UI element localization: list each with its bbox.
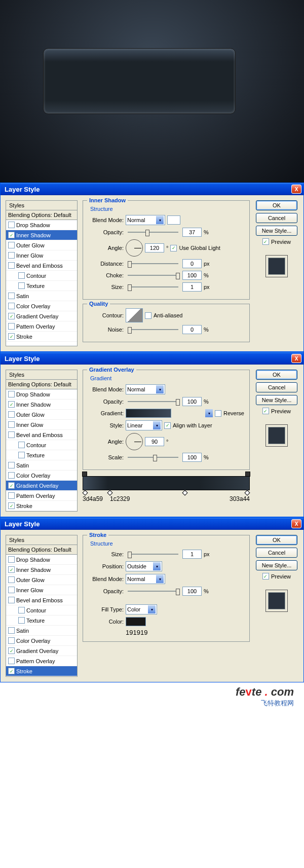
checkbox[interactable] bbox=[8, 222, 15, 228]
global-light-checkbox[interactable]: ✓ bbox=[170, 245, 177, 251]
style-drop-shadow[interactable]: Drop Shadow bbox=[6, 389, 77, 400]
checkbox[interactable]: ✓ bbox=[8, 502, 15, 509]
titlebar[interactable]: Layer Style X bbox=[1, 183, 303, 195]
checkbox[interactable]: ✓ bbox=[8, 313, 15, 319]
choke-input[interactable] bbox=[182, 271, 202, 280]
style-gradient-overlay[interactable]: ✓Gradient Overlay bbox=[6, 646, 77, 656]
checkbox[interactable] bbox=[8, 658, 15, 664]
checkbox[interactable] bbox=[8, 323, 15, 330]
style-color-overlay[interactable]: Color Overlay bbox=[6, 636, 77, 646]
checkbox[interactable]: ✓ bbox=[8, 647, 15, 654]
style-outer-glow[interactable]: Outer Glow bbox=[6, 410, 77, 420]
style-contour[interactable]: Contour bbox=[6, 605, 77, 616]
checkbox[interactable] bbox=[18, 607, 25, 613]
new-style-button[interactable]: New Style... bbox=[256, 226, 297, 236]
distance-input[interactable] bbox=[182, 259, 202, 268]
blend-mode-select[interactable]: Normal▾ bbox=[126, 574, 165, 584]
chevron-down-icon[interactable]: ▾ bbox=[205, 409, 213, 417]
style-satin[interactable]: Satin bbox=[6, 626, 77, 636]
style-satin[interactable]: Satin bbox=[6, 460, 77, 471]
style-gradient-overlay[interactable]: ✓Gradient Overlay bbox=[6, 481, 77, 491]
titlebar[interactable]: Layer Style X bbox=[1, 518, 303, 530]
style-inner-shadow[interactable]: ✓Inner Shadow bbox=[6, 230, 77, 240]
new-style-button[interactable]: New Style... bbox=[256, 560, 297, 570]
style-drop-shadow[interactable]: Drop Shadow bbox=[6, 555, 77, 565]
cancel-button[interactable]: Cancel bbox=[256, 382, 297, 392]
style-stroke[interactable]: ✓Stroke bbox=[6, 666, 77, 676]
opacity-slider[interactable] bbox=[128, 401, 178, 402]
style-outer-glow[interactable]: Outer Glow bbox=[6, 575, 77, 585]
contour-picker[interactable] bbox=[126, 308, 143, 322]
style-texture[interactable]: Texture bbox=[6, 616, 77, 626]
checkbox[interactable]: ✓ bbox=[8, 566, 15, 573]
checkbox[interactable] bbox=[8, 472, 15, 479]
checkbox[interactable] bbox=[8, 492, 15, 499]
cancel-button[interactable]: Cancel bbox=[256, 548, 297, 558]
styles-header[interactable]: Styles bbox=[6, 370, 77, 380]
noise-input[interactable] bbox=[182, 325, 202, 334]
style-pattern-overlay[interactable]: Pattern Overlay bbox=[6, 491, 77, 501]
opacity-slider[interactable] bbox=[128, 591, 178, 592]
style-bevel-emboss[interactable]: Bevel and Emboss bbox=[6, 261, 77, 271]
checkbox[interactable] bbox=[8, 411, 15, 418]
scale-input[interactable] bbox=[182, 453, 202, 462]
style-pattern-overlay[interactable]: Pattern Overlay bbox=[6, 321, 77, 332]
close-button[interactable]: X bbox=[291, 354, 301, 363]
style-inner-glow[interactable]: Inner Glow bbox=[6, 585, 77, 595]
fill-type-select[interactable]: Color▾ bbox=[126, 604, 157, 614]
ok-button[interactable]: OK bbox=[256, 200, 297, 210]
new-style-button[interactable]: New Style... bbox=[256, 395, 297, 405]
style-color-overlay[interactable]: Color Overlay bbox=[6, 471, 77, 481]
close-button[interactable]: X bbox=[291, 519, 301, 528]
style-inner-glow[interactable]: Inner Glow bbox=[6, 250, 77, 261]
checkbox[interactable]: ✓ bbox=[8, 401, 15, 408]
color-stop[interactable] bbox=[82, 490, 88, 495]
color-stop[interactable] bbox=[107, 490, 113, 495]
antialiased-checkbox[interactable] bbox=[145, 312, 151, 319]
preview-checkbox[interactable]: ✓ bbox=[262, 408, 269, 414]
checkbox[interactable] bbox=[8, 627, 15, 634]
scale-slider[interactable] bbox=[128, 457, 178, 458]
preview-checkbox[interactable]: ✓ bbox=[262, 573, 269, 580]
checkbox[interactable] bbox=[8, 637, 15, 644]
style-stroke[interactable]: ✓Stroke bbox=[6, 501, 77, 511]
style-inner-shadow[interactable]: ✓Inner Shadow bbox=[6, 565, 77, 575]
blending-options-row[interactable]: Blending Options: Default bbox=[6, 380, 77, 389]
style-inner-shadow[interactable]: ✓Inner Shadow bbox=[6, 400, 77, 410]
style-inner-glow[interactable]: Inner Glow bbox=[6, 420, 77, 430]
blending-options-row[interactable]: Blending Options: Default bbox=[6, 545, 77, 555]
style-pattern-overlay[interactable]: Pattern Overlay bbox=[6, 656, 77, 666]
shadow-color-swatch[interactable] bbox=[167, 215, 180, 225]
blend-mode-select[interactable]: Normal▾ bbox=[126, 384, 165, 394]
checkbox[interactable] bbox=[8, 303, 15, 309]
styles-header[interactable]: Styles bbox=[6, 201, 77, 210]
style-bevel-emboss[interactable]: Bevel and Emboss bbox=[6, 595, 77, 605]
cancel-button[interactable]: Cancel bbox=[256, 213, 297, 223]
checkbox[interactable] bbox=[18, 452, 25, 458]
angle-input[interactable] bbox=[145, 243, 164, 252]
style-outer-glow[interactable]: Outer Glow bbox=[6, 240, 77, 250]
style-gradient-overlay[interactable]: ✓Gradient Overlay bbox=[6, 311, 77, 321]
style-texture[interactable]: Texture bbox=[6, 450, 77, 460]
choke-slider[interactable] bbox=[128, 275, 178, 276]
style-satin[interactable]: Satin bbox=[6, 291, 77, 301]
stroke-color-swatch[interactable] bbox=[126, 617, 146, 626]
checkbox[interactable] bbox=[8, 556, 15, 563]
checkbox[interactable] bbox=[18, 272, 25, 279]
style-drop-shadow[interactable]: Drop Shadow bbox=[6, 220, 77, 230]
checkbox[interactable] bbox=[18, 617, 25, 624]
align-checkbox[interactable]: ✓ bbox=[164, 422, 171, 429]
gradient-bar[interactable] bbox=[83, 476, 250, 490]
noise-slider[interactable] bbox=[128, 329, 178, 330]
style-stroke[interactable]: ✓Stroke bbox=[6, 332, 77, 342]
size-slider[interactable] bbox=[128, 554, 178, 555]
checkbox[interactable] bbox=[8, 421, 15, 428]
style-texture[interactable]: Texture bbox=[6, 281, 77, 291]
opacity-slider[interactable] bbox=[128, 232, 178, 233]
checkbox[interactable] bbox=[18, 442, 25, 448]
checkbox[interactable] bbox=[8, 431, 15, 438]
ok-button[interactable]: OK bbox=[256, 370, 297, 380]
opacity-input[interactable] bbox=[182, 587, 202, 596]
midpoint[interactable] bbox=[182, 490, 187, 495]
position-select[interactable]: Outside▾ bbox=[126, 561, 162, 571]
